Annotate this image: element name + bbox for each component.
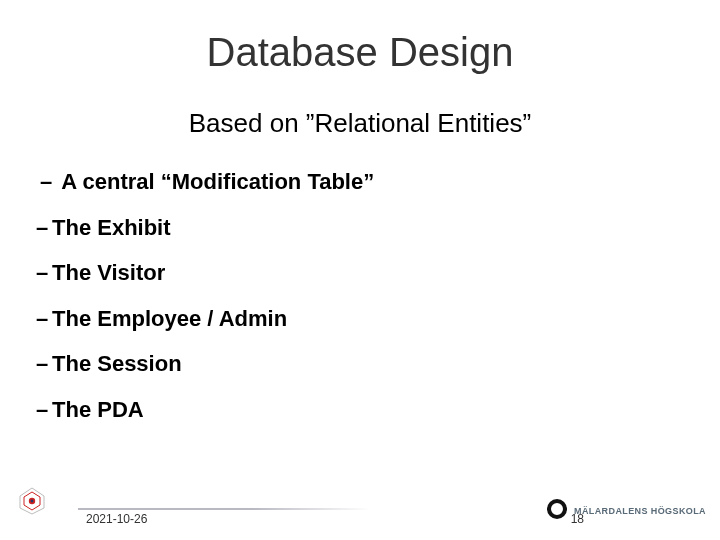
list-item: –The Employee / Admin [36,305,676,333]
list-item: –The PDA [36,396,676,424]
slide-subtitle: Based on ”Relational Entities” [0,108,720,139]
slide: Database Design Based on ”Relational Ent… [0,0,720,540]
list-item: –The Exhibit [36,214,676,242]
slide-title: Database Design [0,30,720,75]
mdh-logo-icon [546,498,568,524]
list-item: –The Visitor [36,259,676,287]
mdh-logo-text: MÄLARDALENS HÖGSKOLA [574,506,706,516]
list-item-text: The Exhibit [52,215,171,240]
list-item-text: The PDA [52,397,144,422]
list-item-text: A central “Modification Table” [56,169,374,194]
bullet-list: – A central “Modification Table” –The Ex… [36,168,676,441]
list-item: –The Session [36,350,676,378]
list-item: – A central “Modification Table” [36,168,676,196]
footer-divider [78,508,370,510]
list-item-text: The Employee / Admin [52,306,287,331]
footer-date: 2021-10-26 [86,512,147,526]
footer: 2021-10-26 18 MÄLARDALENS HÖGSKOLA [0,484,720,540]
svg-point-2 [31,500,34,503]
mdh-logo: MÄLARDALENS HÖGSKOLA [546,498,706,524]
list-item-text: The Session [52,351,182,376]
list-item-text: The Visitor [52,260,165,285]
svg-rect-3 [555,507,559,511]
fer-logo-icon [14,486,50,520]
